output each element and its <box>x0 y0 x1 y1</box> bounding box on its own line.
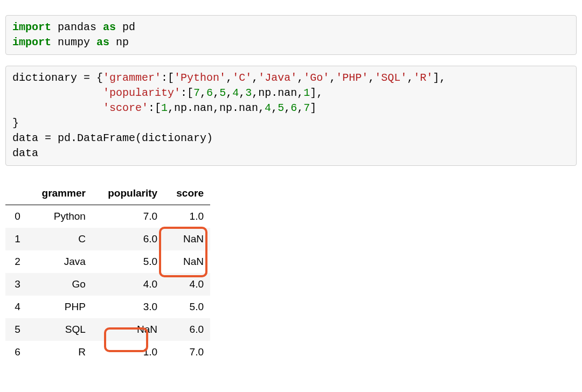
code-token <box>51 36 58 48</box>
dataframe-table: grammer popularity score 0Python7.01.01C… <box>5 182 210 363</box>
code-token: 4 <box>232 87 239 99</box>
col-header: popularity <box>92 182 164 205</box>
code-token: 5 <box>219 87 226 99</box>
row-index: 3 <box>5 273 27 296</box>
table-row: 2Java5.0NaN <box>5 250 210 273</box>
code-token: , <box>200 87 206 99</box>
code-token: 'R' <box>413 72 433 84</box>
code-token: , <box>297 102 303 114</box>
code-token: 6 <box>290 102 297 114</box>
code-token: pd <box>122 21 135 33</box>
table-row: 3Go4.04.0 <box>5 273 210 296</box>
table-row: 5SQLNaN6.0 <box>5 318 210 341</box>
code-token: 'popularity' <box>103 87 181 99</box>
code-token: ], <box>310 87 323 99</box>
code-token: 5 <box>278 102 284 114</box>
code-token: , <box>213 87 219 99</box>
code-token: as <box>96 36 109 48</box>
row-index: 0 <box>5 205 27 228</box>
code-token <box>12 102 103 114</box>
code-token: data <box>12 132 45 144</box>
code-token: :[ <box>181 87 193 99</box>
code-token: dictionary <box>12 72 84 84</box>
code-token: } <box>12 117 19 129</box>
code-token <box>116 21 122 33</box>
table-row: 6R1.07.0 <box>5 341 210 363</box>
code-token: :[ <box>161 72 174 84</box>
table-cell: Go <box>27 273 92 296</box>
code-token: ,np.nan, <box>252 87 303 99</box>
table-cell: 3.0 <box>92 296 164 318</box>
code-token: , <box>226 87 232 99</box>
row-index: 1 <box>5 228 27 250</box>
code-token <box>96 21 103 33</box>
code-cell-1: import pandas as pd import numpy as np <box>5 15 577 55</box>
code-token: ] <box>310 102 316 114</box>
row-index: 4 <box>5 296 27 318</box>
code-token: 7 <box>303 102 310 114</box>
code-token: 3 <box>245 87 252 99</box>
row-index: 2 <box>5 250 27 273</box>
code-token: 1 <box>161 102 168 114</box>
code-token: import <box>12 21 51 33</box>
col-header: grammer <box>27 182 92 205</box>
table-cell: 5.0 <box>164 296 210 318</box>
code-token: 'Go' <box>303 72 329 84</box>
code-token <box>109 36 116 48</box>
code-token: pandas <box>58 21 96 33</box>
code-token: , <box>407 72 413 84</box>
table-row: 1C6.0NaN <box>5 228 210 250</box>
code-token: = <box>84 72 90 84</box>
table-cell: 4.0 <box>164 273 210 296</box>
table-cell: 7.0 <box>92 205 164 228</box>
code-token: 'Java' <box>258 72 297 84</box>
code-token: 'score' <box>103 102 148 114</box>
index-header <box>5 182 27 205</box>
code-token: 'grammer' <box>103 72 161 84</box>
table-cell: C <box>27 228 92 250</box>
row-index: 6 <box>5 341 27 363</box>
code-token: 1 <box>303 87 310 99</box>
table-row: 4PHP3.05.0 <box>5 296 210 318</box>
table-cell: 1.0 <box>92 341 164 363</box>
code-token <box>12 87 103 99</box>
code-token <box>90 36 96 48</box>
code-token: = <box>45 132 51 144</box>
code-cell-2: dictionary = {'grammer':['Python','C','J… <box>5 66 577 166</box>
table-cell: SQL <box>27 318 92 341</box>
code-token: , <box>226 72 232 84</box>
code-token: 6 <box>206 87 213 99</box>
table-cell: Python <box>27 205 92 228</box>
table-cell: Java <box>27 250 92 273</box>
table-cell: R <box>27 341 92 363</box>
code-token: , <box>297 72 303 84</box>
code-token: as <box>103 21 116 33</box>
table-cell: NaN <box>92 318 164 341</box>
code-token: , <box>368 72 375 84</box>
col-header: score <box>164 182 210 205</box>
row-index: 5 <box>5 318 27 341</box>
code-token: 'C' <box>232 72 252 84</box>
code-token: 'PHP' <box>336 72 368 84</box>
code-token: 4 <box>265 102 271 114</box>
code-token: 'SQL' <box>375 72 407 84</box>
code-token: data <box>12 147 38 159</box>
code-token: np <box>116 36 129 48</box>
table-cell: 6.0 <box>92 228 164 250</box>
dataframe-output: grammer popularity score 0Python7.01.01C… <box>5 182 210 363</box>
code-token: pd.DataFrame(dictionary) <box>51 132 213 144</box>
code-token: ,np.nan,np.nan, <box>168 102 265 114</box>
table-cell: NaN <box>164 228 210 250</box>
code-token: numpy <box>58 36 90 48</box>
table-row: 0Python7.01.0 <box>5 205 210 228</box>
code-token: , <box>329 72 336 84</box>
table-cell: 6.0 <box>164 318 210 341</box>
code-token: { <box>90 72 103 84</box>
table-cell: NaN <box>164 250 210 273</box>
code-token: 'Python' <box>174 72 226 84</box>
code-token: :[ <box>148 102 161 114</box>
code-token: , <box>271 102 278 114</box>
table-cell: PHP <box>27 296 92 318</box>
code-token <box>51 21 58 33</box>
table-cell: 4.0 <box>92 273 164 296</box>
